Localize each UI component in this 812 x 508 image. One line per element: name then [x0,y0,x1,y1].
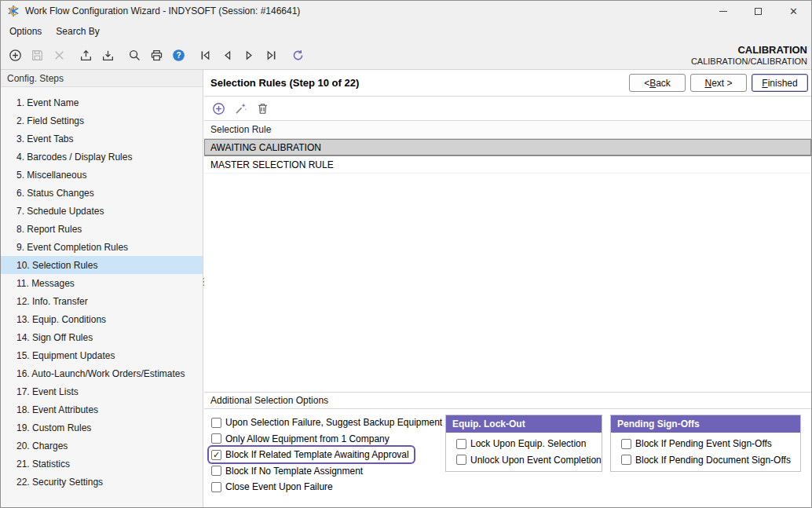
import-icon[interactable] [98,46,118,65]
search-icon[interactable] [125,46,144,65]
rule-list-toolbar [204,97,811,120]
back-button[interactable]: < Back [629,74,686,92]
sidebar: Config. Steps 1. Event Name2. Field Sett… [1,70,203,507]
checkbox[interactable] [456,439,466,449]
checkbox[interactable] [211,418,221,428]
sidebar-item-15-equipment-updates[interactable]: 15. Equipment Updates [1,346,203,364]
context-title: CALIBRATION [691,44,807,57]
menu-bar: OptionsSearch By [1,21,811,42]
sidebar-item-22-security-settings[interactable]: 22. Security Settings [1,473,203,491]
sidebar-item-12-info-transfer[interactable]: 12. Info. Transfer [1,292,203,310]
sidebar-item-20-charges[interactable]: 20. Charges [1,437,203,455]
sidebar-item-13-equip-conditions[interactable]: 13. Equip. Conditions [1,310,203,328]
option-unlock-upon-event-completion[interactable]: Unlock Upon Event Completion [454,452,606,468]
app-window: Work Flow Configuration Wizard - INDYSOF… [0,0,812,508]
group-pending-signoffs-title: Pending Sign-Offs [611,415,800,433]
toolbar-group-navigation [196,46,281,65]
selection-rule-list: AWAITING CALIBRATIONMASTER SELECTION RUL… [204,139,811,392]
refresh-icon[interactable] [288,46,308,65]
next-button[interactable]: Next > [690,74,747,92]
sidebar-item-5-miscellaneous[interactable]: 5. Miscellaneous [1,166,203,184]
first-record-icon[interactable] [196,46,215,65]
toolbar-group-refresh [288,46,308,65]
sidebar-item-9-event-completion-rules[interactable]: 9. Event Completion Rules [1,238,203,256]
sidebar-splitter-handle[interactable]: ⋮ [199,279,204,296]
next-button-label-rest: ext > [711,78,732,89]
delete-icon[interactable] [49,46,69,65]
option-upon-selection-failure-suggest-backup-equipment[interactable]: Upon Selection Failure, Suggest Backup E… [209,415,447,430]
finished-button-label-rest: inished [768,78,798,89]
maximize-icon [755,8,762,15]
menu-item-search-by[interactable]: Search By [49,21,106,42]
options-section-title: Additional Selection Options [204,392,811,409]
sidebar-item-2-field-settings[interactable]: 2. Field Settings [1,111,203,130]
close-icon: ✕ [789,6,798,16]
group-equip-lockout: Equip. Lock-Out Lock Upon Equip. Selecti… [445,415,602,472]
previous-record-icon[interactable] [218,46,237,65]
checkbox-label: Block If No Template Assignment [225,466,363,477]
main-panel: Selection Rules (Step 10 of 22) < Back N… [204,70,811,507]
close-button[interactable]: ✕ [776,1,811,21]
sidebar-item-7-schedule-updates[interactable]: 7. Schedule Updates [1,202,203,220]
checkbox-label: Lock Upon Equip. Selection [470,438,586,449]
add-rule-icon[interactable] [211,102,225,116]
add-icon[interactable] [5,46,25,65]
maximize-button[interactable] [741,1,776,21]
option-block-if-pending-document-sign-offs[interactable]: Block If Pending Document Sign-Offs [619,452,796,468]
checkbox[interactable] [211,482,221,492]
menu-item-options[interactable]: Options [2,21,49,42]
checkbox[interactable] [621,455,631,465]
checkbox[interactable] [621,439,631,449]
sidebar-item-1-event-name[interactable]: 1. Event Name [1,93,203,111]
sidebar-item-19-custom-rules[interactable]: 19. Custom Rules [1,418,203,437]
sidebar-item-3-event-tabs[interactable]: 3. Event Tabs [1,130,203,148]
sidebar-list: 1. Event Name2. Field Settings3. Event T… [1,87,203,491]
sidebar-item-11-messages[interactable]: 11. Messages [1,274,203,292]
next-record-icon[interactable] [240,46,259,65]
delete-rule-icon[interactable] [255,102,269,116]
option-block-if-no-template-assignment[interactable]: Block If No Template Assignment [209,463,368,479]
print-icon[interactable] [147,46,166,65]
option-only-allow-equipment-from-1-company[interactable]: Only Allow Equipment from 1 Company [209,431,394,447]
option-lock-upon-equip-selection[interactable]: Lock Upon Equip. Selection [454,436,591,451]
finished-button[interactable]: Finished [752,74,808,92]
sidebar-item-14-sign-off-rules[interactable]: 14. Sign Off Rules [1,328,203,346]
checkbox-label: Only Allow Equipment from 1 Company [225,433,390,444]
sidebar-item-16-auto-launch-work-orders-estimates[interactable]: 16. Auto-Launch/Work Orders/Estimates [1,364,203,382]
selection-rule-column-header[interactable]: Selection Rule [204,120,811,139]
context-header: CALIBRATION CALIBRATION/CALIBRATION [691,44,811,68]
checkbox-label: Upon Selection Failure, Suggest Backup E… [225,417,442,428]
help-icon[interactable]: ? [169,46,188,65]
sidebar-item-10-selection-rules[interactable]: 10. Selection Rules [1,256,203,274]
sidebar-item-6-status-changes[interactable]: 6. Status Changes [1,184,203,202]
checkbox[interactable] [211,466,221,476]
window-controls: ✕ [705,1,811,21]
sidebar-item-17-event-lists[interactable]: 17. Event Lists [1,382,203,400]
sidebar-item-8-report-rules[interactable]: 8. Report Rules [1,220,203,238]
option-close-event-upon-failure[interactable]: Close Event Upon Failure [209,479,338,495]
option-block-if-pending-event-sign-offs[interactable]: Block If Pending Event Sign-Offs [619,436,777,451]
checkbox-label: Block If Pending Document Sign-Offs [635,455,791,466]
sidebar-item-21-statistics[interactable]: 21. Statistics [1,455,203,473]
last-record-icon[interactable] [262,46,281,65]
selection-rule-row[interactable]: AWAITING CALIBRATION [204,139,811,156]
group-equip-lockout-title: Equip. Lock-Out [446,415,602,433]
export-icon[interactable] [76,46,96,65]
selection-rule-row[interactable]: MASTER SELECTION RULE [204,156,811,174]
group-pending-signoffs: Pending Sign-Offs Block If Pending Event… [610,415,801,472]
save-icon[interactable] [27,46,47,65]
edit-rule-icon[interactable] [233,102,247,116]
options-checkbox-list: Upon Selection Failure, Suggest Backup E… [209,415,447,495]
wizard-buttons: < Back Next > Finished [629,74,808,92]
minimize-button[interactable] [705,1,741,21]
back-button-mnemonic: B [649,78,656,89]
finished-button-mnemonic: F [762,78,767,89]
checkbox[interactable] [211,433,221,444]
checkbox[interactable]: ✓ [211,450,221,460]
option-block-if-related-template-awaiting-approval[interactable]: ✓Block If Related Template Awaiting Appr… [209,447,414,462]
sidebar-item-18-event-attributes[interactable]: 18. Event Attributes [1,400,203,418]
toolbar-group-record [5,46,69,65]
title-bar: Work Flow Configuration Wizard - INDYSOF… [1,1,811,21]
checkbox[interactable] [456,455,466,465]
sidebar-item-4-barcodes-display-rules[interactable]: 4. Barcodes / Display Rules [1,148,203,166]
